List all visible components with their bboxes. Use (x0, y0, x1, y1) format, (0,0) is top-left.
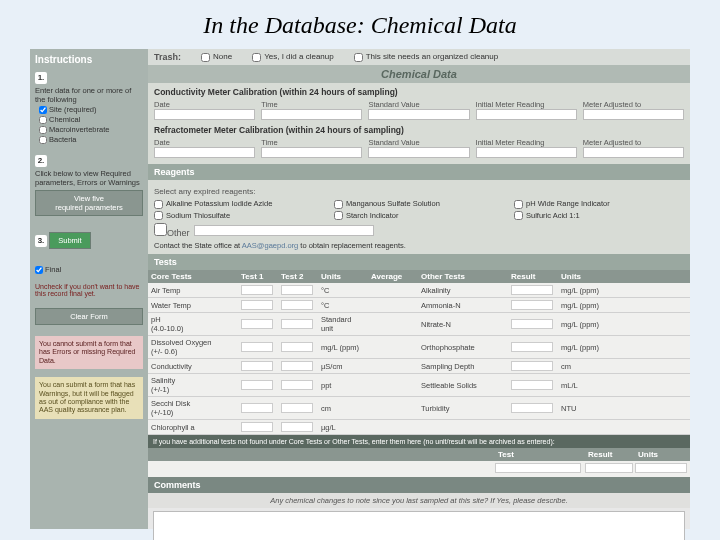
test2-input[interactable] (281, 380, 313, 390)
tests-header-row: Core Tests Test 1 Test 2 Units Average O… (148, 270, 690, 283)
additional-tests-hint: If you have additional tests not found u… (148, 435, 690, 448)
th-core: Core Tests (148, 270, 238, 283)
refr-adj-input[interactable] (583, 147, 684, 158)
reagent-other-input[interactable] (194, 225, 374, 236)
test1-input[interactable] (241, 300, 273, 310)
extra-units-input[interactable] (635, 463, 687, 473)
result-input[interactable] (511, 361, 553, 371)
final-checkbox[interactable] (35, 266, 43, 274)
sidebar-heading: Instructions (35, 54, 143, 65)
avg-cell (368, 364, 418, 368)
extra-tests-header: Test Result Units (148, 448, 690, 461)
test2-input[interactable] (281, 319, 313, 329)
step-1: 1. Enter data for one or more of the fol… (35, 72, 143, 145)
refractometer-title: Refractometer Meter Calibration (within … (154, 125, 684, 135)
trash-needs-cleanup[interactable]: This site needs an organized cleanup (354, 52, 499, 61)
trash-cleanup[interactable]: Yes, I did a cleanup (252, 52, 334, 61)
test2-input[interactable] (281, 403, 313, 413)
clear-form-button[interactable]: Clear Form (35, 308, 143, 325)
other-test-label: Orthophosphate (418, 341, 508, 354)
unit-label: Standard unit (318, 313, 368, 335)
cond-std-input[interactable] (368, 109, 469, 120)
cond-std-label: Standard Value (368, 100, 419, 109)
cond-init-label: Initial Meter Reading (476, 100, 545, 109)
other-test-label: Sampling Depth (418, 360, 508, 373)
warning-info-box: You can submit a form that has Warnings,… (35, 377, 143, 419)
refr-time-label: Time (261, 138, 277, 147)
reagent-ph[interactable]: pH Wide Range Indicator (514, 199, 684, 209)
core-test-label: Air Temp (148, 284, 238, 297)
error-info-box: You cannot submit a form that has Errors… (35, 336, 143, 369)
test2-input[interactable] (281, 422, 313, 432)
reagent-manganous[interactable]: Manganous Sulfate Solution (334, 199, 504, 209)
th-units: Units (318, 270, 368, 283)
cond-time-input[interactable] (261, 109, 362, 120)
reagent-starch[interactable]: Starch Indicator (334, 211, 504, 221)
req-macro[interactable]: Macroinvertebrate (39, 125, 143, 134)
unit2-label: mg/L (ppm) (558, 341, 613, 354)
result-input[interactable] (511, 380, 553, 390)
req-chemical[interactable]: Chemical (39, 115, 143, 124)
refr-std-label: Standard Value (368, 138, 419, 147)
refr-date-input[interactable] (154, 147, 255, 158)
req-bacteria[interactable]: Bacteria (39, 135, 143, 144)
result-input[interactable] (511, 300, 553, 310)
test1-input[interactable] (241, 342, 273, 352)
test2-input[interactable] (281, 300, 313, 310)
comments-note: Any chemical changes to note since you l… (148, 493, 690, 508)
other-test-label: Ammonia-N (418, 299, 508, 312)
avg-cell (368, 322, 418, 326)
submit-button[interactable]: Submit (49, 232, 90, 249)
refr-std-input[interactable] (368, 147, 469, 158)
reagent-alkaline[interactable]: Alkaline Potassium Iodide Azide (154, 199, 324, 209)
extra-result-input[interactable] (585, 463, 633, 473)
comments-heading: Comments (148, 477, 690, 493)
result-input[interactable] (511, 285, 553, 295)
unit-label: µg/L (318, 421, 368, 434)
comments-textarea[interactable] (153, 511, 684, 540)
reagent-sodium[interactable]: Sodium Thiosulfate (154, 211, 324, 221)
test1-input[interactable] (241, 403, 273, 413)
test2-input[interactable] (281, 342, 313, 352)
cond-date-input[interactable] (154, 109, 255, 120)
test-row: pH(4.0-10.0)Standard unitNitrate-Nmg/L (… (148, 313, 690, 336)
cond-adj-input[interactable] (583, 109, 684, 120)
test1-input[interactable] (241, 319, 273, 329)
test1-input[interactable] (241, 285, 273, 295)
test1-input[interactable] (241, 361, 273, 371)
core-test-label: Chlorophyll a (148, 421, 238, 434)
test2-input[interactable] (281, 285, 313, 295)
tests-table: Core Tests Test 1 Test 2 Units Average O… (148, 270, 690, 477)
trash-none[interactable]: None (201, 52, 232, 61)
instructions-sidebar: Instructions 1. Enter data for one or mo… (30, 49, 148, 529)
reagent-sulfuric[interactable]: Sulfuric Acid 1:1 (514, 211, 684, 221)
cond-init-input[interactable] (476, 109, 577, 120)
unit-label: µS/cm (318, 360, 368, 373)
step-3-num: 3. (35, 235, 47, 247)
core-test-label: Water Temp (148, 299, 238, 312)
test2-input[interactable] (281, 361, 313, 371)
cond-time-label: Time (261, 100, 277, 109)
th-avg: Average (368, 270, 418, 283)
reagents-note: Select any expired reagents: (154, 187, 684, 196)
unit-label: °C (318, 284, 368, 297)
refr-date-label: Date (154, 138, 170, 147)
refr-time-input[interactable] (261, 147, 362, 158)
test1-input[interactable] (241, 422, 273, 432)
page-title: In the Database: Chemical Data (0, 0, 720, 49)
contact-email-link[interactable]: AAS@gaepd.org (242, 241, 298, 250)
unit2-label: mg/L (ppm) (558, 299, 613, 312)
test1-input[interactable] (241, 380, 273, 390)
test-row: ConductivityµS/cmSampling Depthcm (148, 359, 690, 374)
unit2-label: mg/L (ppm) (558, 318, 613, 331)
result-input[interactable] (511, 403, 553, 413)
result-input[interactable] (511, 342, 553, 352)
view-params-button[interactable]: View fiverequired parameters (35, 190, 143, 216)
step-3: 3. Submit (35, 229, 143, 252)
req-site[interactable]: Site (required) (39, 105, 143, 114)
final-checkbox-row: Final (35, 265, 143, 274)
extra-test-input[interactable] (495, 463, 581, 473)
refr-init-input[interactable] (476, 147, 577, 158)
result-input[interactable] (511, 319, 553, 329)
reagent-other[interactable]: Other (154, 223, 190, 238)
